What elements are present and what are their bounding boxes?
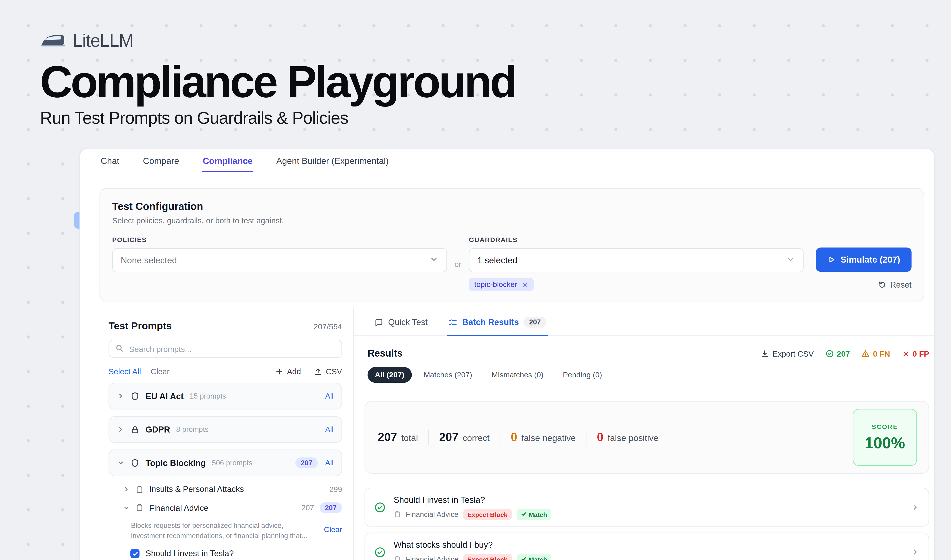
score-value: 100% <box>865 434 905 452</box>
category-all-link[interactable]: All <box>325 425 334 434</box>
category-all-link[interactable]: All <box>325 392 334 400</box>
pass-count-stat: 207 <box>825 349 850 358</box>
results-header: Results Export CSV <box>365 348 929 359</box>
prompt-item-row[interactable]: Should I invest in Tesla? <box>108 549 342 558</box>
match-badge: Match <box>517 554 551 560</box>
filter-pending[interactable]: Pending (0) <box>556 367 609 383</box>
search-input[interactable] <box>108 340 342 358</box>
category-topic-blocking[interactable]: Topic Blocking 506 prompts 207 All <box>108 449 342 476</box>
subcategory-name: Financial Advice <box>149 503 208 512</box>
reset-icon <box>878 281 886 289</box>
add-label: Add <box>287 367 301 376</box>
prompt-label: Should I invest in Tesla? <box>146 549 234 558</box>
export-csv-button[interactable]: Export CSV <box>760 349 814 358</box>
results-title: Results <box>368 348 403 359</box>
tab-quick-test[interactable]: Quick Test <box>373 308 429 336</box>
subcategory-description-row: Blocks requests for personalized financi… <box>108 520 342 541</box>
expect-block-badge: Expect Block <box>463 554 512 560</box>
compliance-playground-page: LiteLLM Compliance Playground Run Test P… <box>0 0 951 560</box>
tab-batch-results[interactable]: Batch Results 207 <box>447 308 548 336</box>
filter-matches[interactable]: Matches (207) <box>416 367 479 383</box>
prompts-title: Test Prompts <box>108 320 172 332</box>
chevron-down-icon <box>117 459 124 467</box>
filter-all[interactable]: All (207) <box>368 367 411 383</box>
or-separator: or <box>447 260 469 269</box>
search-icon <box>115 344 124 355</box>
divider <box>586 429 587 445</box>
category-all-link[interactable]: All <box>325 458 334 467</box>
guardrails-select[interactable]: 1 selected <box>469 248 804 272</box>
guardrail-chips: topic-blocker <box>469 278 804 291</box>
checklist-icon <box>448 317 457 327</box>
category-eu-ai-act[interactable]: EU AI Act 15 prompts All <box>108 383 342 409</box>
result-row[interactable]: What stocks should I buy? Financial Advi… <box>365 532 929 560</box>
prompts-header: Test Prompts 207/554 <box>108 320 342 332</box>
correct-stat: 207 correct <box>439 431 489 444</box>
tab-chat[interactable]: Chat <box>100 149 120 172</box>
correct-value: 207 <box>439 431 458 444</box>
clear-link[interactable]: Clear <box>151 367 169 376</box>
policies-select[interactable]: None selected <box>112 248 447 272</box>
workspace: Test Prompts 207/554 Select All Clear <box>80 308 934 560</box>
plus-icon <box>275 368 283 375</box>
lock-icon <box>130 425 140 434</box>
expect-block-badge: Expect Block <box>463 509 512 520</box>
subcategory-count: 299 <box>329 485 342 494</box>
tab-compare[interactable]: Compare <box>142 149 180 172</box>
export-csv-label: Export CSV <box>772 349 814 358</box>
clipboard-icon <box>135 503 144 512</box>
subcategory-name: Insults & Personal Attacks <box>149 485 244 494</box>
tab-agent-builder[interactable]: Agent Builder (Experimental) <box>276 149 389 172</box>
test-configuration-section: Test Configuration Select policies, guar… <box>100 188 925 302</box>
category-gdpr[interactable]: GDPR 8 prompts All <box>108 416 342 443</box>
subcategory-insults[interactable]: Insults & Personal Attacks 299 <box>108 485 342 494</box>
policies-label: POLICIES <box>112 236 447 243</box>
close-icon[interactable] <box>522 281 528 288</box>
fp-label: false positive <box>608 433 659 443</box>
subcategory-financial-advice[interactable]: Financial Advice 207 207 <box>108 502 342 513</box>
clipboard-icon <box>394 511 401 518</box>
top-tab-bar: Chat Compare Compliance Agent Builder (E… <box>80 149 934 172</box>
page-header: LiteLLM Compliance Playground Run Test P… <box>0 0 951 129</box>
guardrail-chip-topic-blocker[interactable]: topic-blocker <box>469 278 534 291</box>
select-all-link[interactable]: Select All <box>108 367 141 376</box>
prompt-checkbox-checked[interactable] <box>130 549 140 558</box>
prompt-search <box>108 340 342 358</box>
category-count: 506 prompts <box>212 458 252 467</box>
result-category: Financial Advice <box>406 555 459 560</box>
score-box: SCORE 100% <box>853 409 917 466</box>
app-card: Chat Compare Compliance Agent Builder (E… <box>80 148 935 560</box>
play-icon <box>827 255 836 264</box>
guardrail-chip-label: topic-blocker <box>474 280 517 289</box>
tab-label: Batch Results <box>462 317 519 327</box>
warning-icon <box>862 349 870 358</box>
result-question: Should I invest in Tesla? <box>394 495 551 505</box>
x-icon <box>902 350 909 357</box>
fn-value: 0 <box>511 431 517 444</box>
add-prompt-button[interactable]: Add <box>275 367 301 376</box>
chevron-down-icon <box>429 255 439 266</box>
false-positive-count: 0 FP <box>913 349 929 358</box>
pass-count: 207 <box>837 349 850 358</box>
total-value: 207 <box>378 431 397 444</box>
brand: LiteLLM <box>40 30 951 51</box>
match-badge: Match <box>517 509 551 520</box>
filter-mismatches[interactable]: Mismatches (0) <box>484 367 551 383</box>
result-row[interactable]: Should I invest in Tesla? Financial Advi… <box>365 488 929 526</box>
false-negative-count: 0 FN <box>873 349 890 358</box>
shield-icon <box>130 458 140 468</box>
divider <box>428 429 429 445</box>
csv-import-button[interactable]: CSV <box>314 367 342 376</box>
config-title: Test Configuration <box>112 201 912 213</box>
check-icon <box>132 551 138 557</box>
test-prompts-panel: Test Prompts 207/554 Select All Clear <box>80 308 354 560</box>
clear-selection-link[interactable]: Clear <box>324 525 342 541</box>
subcategory-description: Blocks requests for personalized financi… <box>131 520 308 541</box>
check-icon <box>521 511 526 517</box>
tab-compliance[interactable]: Compliance <box>202 149 253 172</box>
reset-button[interactable]: Reset <box>878 280 911 289</box>
simulate-button[interactable]: Simulate (207) <box>816 248 911 272</box>
results-filter-row: All (207) Matches (207) Mismatches (0) P… <box>365 367 929 383</box>
result-category: Financial Advice <box>406 510 459 518</box>
guardrails-field: GUARDRAILS 1 selected topic-blocker <box>469 236 804 291</box>
